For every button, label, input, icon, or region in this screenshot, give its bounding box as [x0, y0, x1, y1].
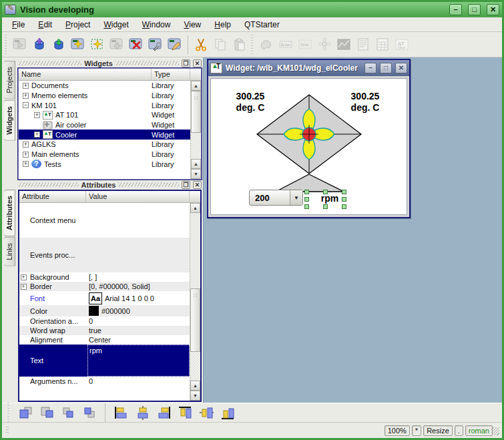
- expand-icon[interactable]: +: [23, 161, 29, 167]
- tree-scrollbar[interactable]: ▲ ▲ ▼: [190, 81, 201, 179]
- new-library-button[interactable]: [69, 35, 87, 55]
- align-top-button[interactable]: [176, 405, 194, 421]
- tree-row-tests[interactable]: +TestsLibrary: [19, 160, 190, 170]
- scroll-up-icon[interactable]: ▲: [190, 381, 200, 391]
- sidebar-tab-widgets[interactable]: Widgets: [4, 100, 15, 141]
- scroll-up-icon[interactable]: ▲: [190, 203, 200, 213]
- expand-icon[interactable]: +: [21, 284, 27, 290]
- maximize-button[interactable]: □: [468, 4, 481, 15]
- attribute-row-color[interactable]: Color#000000: [19, 305, 190, 316]
- close-button[interactable]: ✕: [487, 4, 499, 15]
- attribute-row-word-wrap[interactable]: Word wraptrue: [19, 326, 190, 335]
- float-panel-icon[interactable]: ❐: [182, 181, 190, 189]
- column-header-value[interactable]: Value: [86, 191, 190, 202]
- expand-icon[interactable]: +: [23, 152, 29, 158]
- attribute-row-border[interactable]: +Border[0, #000000, Solid]: [19, 282, 190, 291]
- align-left-button[interactable]: [112, 405, 130, 421]
- menu-item-file[interactable]: File: [6, 19, 31, 31]
- delete-widget-button[interactable]: [127, 35, 146, 55]
- child-minimize-button[interactable]: –: [364, 63, 376, 73]
- tree-row-mnemo-elements[interactable]: +Mnemo elementsLibrary: [19, 91, 190, 101]
- attribute-row-font[interactable]: FontAaArial 14 1 0 0 0: [19, 291, 190, 305]
- scroll-down-icon[interactable]: ▼: [190, 391, 200, 401]
- float-panel-icon[interactable]: ❐: [182, 59, 190, 67]
- attribute-row-orientation-a[interactable]: Orientation a...0: [19, 316, 190, 326]
- lower-button[interactable]: [81, 405, 98, 421]
- widget-edit-button[interactable]: [166, 35, 184, 55]
- menu-item-view[interactable]: View: [178, 19, 207, 31]
- widget-canvas[interactable]: 300.25deg. C 300.25deg. C 200 ▼ rpm: [210, 78, 407, 215]
- sidebar-tab-attributes[interactable]: Attributes: [4, 190, 15, 236]
- attribute-row-arguments-n[interactable]: Arguments n...0: [19, 377, 190, 386]
- scroll-up-icon[interactable]: ▲: [191, 159, 201, 169]
- menu-item-qtstarter[interactable]: QTStarter: [238, 19, 286, 31]
- menu-item-edit[interactable]: Edit: [32, 19, 58, 31]
- selection-handle[interactable]: [342, 197, 346, 202]
- attribute-row-text[interactable]: Textrpm: [19, 345, 190, 377]
- rpm-combobox[interactable]: 200 ▼: [249, 190, 303, 206]
- sidebar-tab-links[interactable]: Links: [4, 237, 15, 266]
- tree-row-documents[interactable]: +DocumentsLibrary: [19, 81, 190, 91]
- selection-handle[interactable]: [304, 190, 309, 194]
- collapse-icon[interactable]: −: [23, 102, 29, 108]
- resize-grip[interactable]: [491, 427, 499, 435]
- attributes-panel-titlebar[interactable]: Attributes ❐ ✕: [18, 180, 202, 190]
- attribute-row-alignment[interactable]: AlignmentCenter: [19, 335, 190, 345]
- cut-button[interactable]: [192, 35, 210, 55]
- widget-window-titlebar[interactable]: Widget: /wlb_KM101/wdg_elCooler – □ ✕: [208, 60, 409, 76]
- scroll-up-icon[interactable]: ▲: [191, 81, 201, 91]
- align-bottom-button[interactable]: [219, 405, 236, 421]
- align-right-button[interactable]: [155, 405, 172, 421]
- minimize-button[interactable]: –: [449, 4, 462, 15]
- raise-top-button[interactable]: [17, 405, 34, 421]
- menu-item-widget[interactable]: Widget: [97, 19, 134, 31]
- menu-item-window[interactable]: Window: [136, 19, 177, 31]
- window-titlebar[interactable]: Vision developing – □ ✕: [2, 2, 502, 17]
- expand-icon[interactable]: +: [21, 274, 27, 280]
- tree-row-aglks[interactable]: +AGLKSLibrary: [19, 140, 190, 150]
- attribute-row-events-proc[interactable]: Events proc...: [19, 238, 190, 272]
- lower-bottom-button[interactable]: [38, 405, 55, 421]
- mdi-workspace[interactable]: Widget: /wlb_KM101/wdg_elCooler – □ ✕: [203, 57, 502, 403]
- new-container-widget-button[interactable]: [88, 35, 107, 55]
- tree-row-main-elements[interactable]: +Main elementsLibrary: [19, 150, 190, 160]
- attributes-scrollbar[interactable]: ▲ ▲ ▼: [190, 203, 200, 401]
- attribute-row-context-menu[interactable]: Context menu: [19, 203, 190, 238]
- sidebar-tab-projects[interactable]: Projects: [4, 61, 15, 99]
- save-to-db-button[interactable]: [49, 35, 68, 55]
- scroll-down-icon[interactable]: ▼: [191, 169, 201, 179]
- align-vcenter-button[interactable]: [198, 405, 215, 421]
- chevron-down-icon[interactable]: ▼: [290, 190, 302, 205]
- column-header-name[interactable]: Name: [19, 69, 152, 80]
- menu-item-help[interactable]: Help: [208, 19, 237, 31]
- selection-handle[interactable]: [323, 190, 328, 194]
- selection-handle[interactable]: [304, 204, 309, 209]
- tree-row-km-101[interactable]: −KM 101Library: [19, 100, 190, 110]
- tree-row-air-cooler[interactable]: Air coolerWidget: [19, 120, 190, 130]
- menu-item-project[interactable]: Project: [59, 19, 96, 31]
- widgets-panel-titlebar[interactable]: Widgets ❐ ✕: [18, 58, 202, 68]
- expand-icon[interactable]: +: [23, 93, 29, 99]
- selection-handle[interactable]: [323, 204, 328, 209]
- load-from-db-button[interactable]: [30, 35, 49, 55]
- close-panel-icon[interactable]: ✕: [193, 181, 202, 189]
- widget-properties-button[interactable]: [146, 35, 165, 55]
- column-header-attribute[interactable]: Attribute: [19, 191, 86, 202]
- expand-icon[interactable]: +: [23, 142, 29, 148]
- expand-icon[interactable]: +: [34, 112, 40, 118]
- align-hcenter-button[interactable]: [134, 405, 151, 421]
- attribute-row-background[interactable]: +Background[, ]: [19, 272, 190, 282]
- tree-row-at-101[interactable]: +AT 101Widget: [19, 110, 190, 120]
- column-header-type[interactable]: Type: [152, 69, 190, 80]
- close-panel-icon[interactable]: ✕: [193, 59, 202, 67]
- expand-icon[interactable]: +: [34, 132, 40, 138]
- selection-handle[interactable]: [342, 204, 346, 209]
- expand-icon[interactable]: +: [23, 83, 29, 89]
- child-maximize-button[interactable]: □: [380, 63, 392, 73]
- tree-row-cooler[interactable]: +CoolerWidget: [19, 130, 190, 140]
- rpm-text-element[interactable]: rpm: [316, 193, 343, 204]
- child-close-button[interactable]: ✕: [395, 63, 407, 73]
- raise-button[interactable]: [59, 405, 77, 421]
- selection-handle[interactable]: [304, 197, 309, 202]
- selection-handle[interactable]: [342, 190, 346, 194]
